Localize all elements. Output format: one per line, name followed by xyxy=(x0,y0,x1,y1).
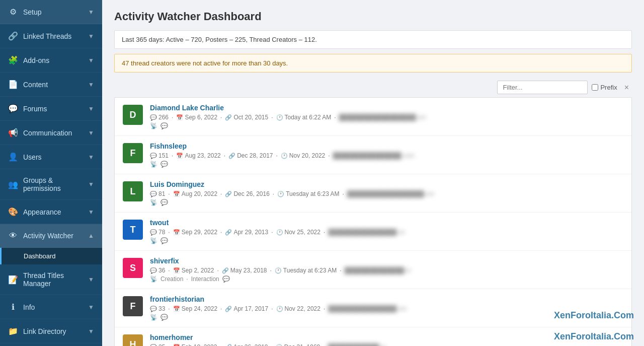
sidebar-item-add-ons[interactable]: 🧩 Add-ons ▼ xyxy=(0,48,102,73)
last-activity: 🕐 Nov 20, 2022 xyxy=(281,152,325,159)
chat-icon: 💬 xyxy=(222,275,230,283)
posts-icon: 💬 xyxy=(150,306,157,312)
calendar-icon: 📅 xyxy=(176,153,183,159)
calendar-icon: 📅 xyxy=(173,306,180,312)
sidebar-label-add-ons: Add-ons xyxy=(23,56,49,64)
table-row: D Diamond Lake Charlie 💬 266 · 📅 Sep 6, … xyxy=(115,98,631,136)
sidebar-item-setup[interactable]: ⚙ Setup ▼ xyxy=(0,0,102,24)
posts-icon: 💬 xyxy=(150,114,157,121)
chevron-icon: ▼ xyxy=(88,81,94,88)
sidebar-label-appearance: Appearance xyxy=(23,208,61,216)
user-name[interactable]: Luis Dominguez xyxy=(150,180,623,188)
user-name[interactable]: twout xyxy=(150,219,623,227)
last-activity: 🕐 Tuesday at 6:23 AM xyxy=(277,190,339,197)
posts-icon: 💬 xyxy=(150,344,157,347)
sidebar-item-left: 🧩 Add-ons xyxy=(8,55,49,65)
link-icon: 🔗 xyxy=(225,306,232,312)
filter-close-button[interactable]: × xyxy=(621,82,632,93)
sidebar-item-linked-threads[interactable]: 🔗 Linked Threads ▼ xyxy=(0,24,102,48)
sidebar-item-forums[interactable]: 💬 Forums ▼ xyxy=(0,97,102,121)
last-activity: 🕐 Dec 31, 1969 xyxy=(276,343,320,346)
chat-icon: 💬 xyxy=(160,161,168,168)
user-name[interactable]: homerhomer xyxy=(150,333,623,341)
email: ████████████.m xyxy=(328,343,386,346)
user-name[interactable]: shiverfix xyxy=(150,257,623,265)
sidebar-label-forums: Forums xyxy=(23,105,47,113)
sidebar-item-content[interactable]: 📄 Content ▼ xyxy=(0,73,102,97)
avatar: D xyxy=(123,105,143,125)
user-name[interactable]: frontierhistorian xyxy=(150,295,623,303)
sidebar-item-thread-titles[interactable]: 📝 Thread Titles Manager ▼ xyxy=(0,264,102,295)
user-meta: 💬 25 · 📅 Feb 10, 2022 · 🔗 Apr 26, 2010 ·… xyxy=(150,343,623,346)
table-row: F Fishnsleep 💬 151 · 📅 Aug 23, 2022 · 🔗 … xyxy=(115,136,631,174)
sidebar-label-users: Users xyxy=(23,153,42,161)
post-count: 💬 36 xyxy=(150,267,165,274)
filter-input[interactable] xyxy=(497,81,588,94)
chevron-icon: ▼ xyxy=(88,181,94,188)
last-seen: 🔗 May 23, 2018 xyxy=(222,267,267,274)
link-icon: 🔗 xyxy=(225,114,232,121)
sidebar-icon-thread-titles: 📝 xyxy=(8,275,18,285)
sidebar-icon-linked-threads: 🔗 xyxy=(8,31,18,41)
post-count: 💬 33 xyxy=(150,305,165,312)
sidebar-icon-link-directory: 📁 xyxy=(8,326,18,336)
sidebar-item-activity-watcher[interactable]: 👁 Activity Watcher ▲ xyxy=(0,224,102,248)
user-info: Diamond Lake Charlie 💬 266 · 📅 Sep 6, 20… xyxy=(150,104,623,129)
sidebar-item-groups[interactable]: 👥 Groups & permissions ▼ xyxy=(0,169,102,200)
warning-bar: 47 thread creators were not active for m… xyxy=(114,54,632,73)
link-icon: 🔗 xyxy=(225,229,232,236)
user-list: D Diamond Lake Charlie 💬 266 · 📅 Sep 6, … xyxy=(114,97,632,346)
sidebar-item-users[interactable]: 👤 Users ▼ xyxy=(0,145,102,169)
page-title: Activity Watcher Dashboard xyxy=(114,10,632,23)
chat-icon: 💬 xyxy=(160,237,168,244)
sidebar-sub-dashboard[interactable]: Dashboard xyxy=(0,248,102,264)
email: ████████████████.on xyxy=(328,229,405,236)
sidebar-icon-groups: 👥 xyxy=(8,180,18,189)
rss-icon: 📡 xyxy=(150,199,157,206)
user-name[interactable]: Fishnsleep xyxy=(150,142,623,150)
sidebar-icon-add-ons: 🧩 xyxy=(8,55,18,65)
user-name[interactable]: Diamond Lake Charlie xyxy=(150,104,623,112)
last-seen: 🔗 Oct 20, 2015 xyxy=(225,114,268,121)
join-date: 📅 Sep 6, 2022 xyxy=(176,114,217,121)
sidebar-item-left: 📁 Link Directory xyxy=(8,326,66,336)
rss-icon: 📡 xyxy=(150,122,157,129)
sidebar-icon-communication: 📢 xyxy=(8,128,18,137)
chevron-icon: ▼ xyxy=(88,129,94,136)
user-meta: 💬 151 · 📅 Aug 23, 2022 · 🔗 Dec 28, 2017 … xyxy=(150,152,623,159)
chat-icon: 💬 xyxy=(160,199,168,206)
sidebar-icon-appearance: 🎨 xyxy=(8,207,18,217)
last-activity: 🕐 Tuesday at 6:23 AM xyxy=(275,267,337,274)
last-seen: 🔗 Dec 26, 2016 xyxy=(225,190,269,197)
avatar: H xyxy=(123,334,143,346)
post-count: 💬 25 xyxy=(150,343,165,346)
rss-icon: 📡 xyxy=(150,314,157,321)
last-activity: 🕐 Nov 22, 2022 xyxy=(276,305,320,312)
email: ████████████████.com xyxy=(333,152,415,159)
email: ██████████████████.om xyxy=(347,190,434,197)
sidebar-item-left: 📄 Content xyxy=(8,80,48,89)
join-date: 📅 Feb 10, 2022 xyxy=(173,343,217,346)
last-seen: 🔗 Apr 26, 2010 xyxy=(225,343,268,346)
sidebar-item-left: 👥 Groups & permissions xyxy=(8,176,88,192)
table-row: L Luis Dominguez 💬 81 · 📅 Aug 20, 2022 ·… xyxy=(115,174,631,213)
posts-icon: 💬 xyxy=(150,191,157,197)
calendar-icon: 📅 xyxy=(173,229,180,236)
link-icon: 🔗 xyxy=(228,153,235,159)
user-meta: 💬 78 · 📅 Sep 29, 2022 · 🔗 Apr 29, 2013 ·… xyxy=(150,229,623,236)
prefix-checkbox[interactable]: Prefix xyxy=(592,84,617,91)
sidebar-item-communication[interactable]: 📢 Communication ▼ xyxy=(0,121,102,145)
tag: Creation xyxy=(160,275,183,283)
prefix-check[interactable] xyxy=(592,84,598,91)
sidebar-item-link-directory[interactable]: 📁 Link Directory ▼ xyxy=(0,319,102,343)
clock-icon: 🕐 xyxy=(276,114,283,121)
chevron-icon: ▼ xyxy=(88,304,94,311)
sidebar-label-link-directory: Link Directory xyxy=(23,327,66,335)
rss-icon: 📡 xyxy=(150,275,157,283)
sidebar-item-appearance[interactable]: 🎨 Appearance ▼ xyxy=(0,200,102,224)
sidebar-item-info[interactable]: ℹ Info ▼ xyxy=(0,295,102,319)
calendar-icon: 📅 xyxy=(173,344,180,347)
user-tags: 📡 💬 xyxy=(150,199,623,206)
user-tags: 📡 💬 xyxy=(150,161,623,168)
clock-icon: 🕐 xyxy=(281,153,288,159)
